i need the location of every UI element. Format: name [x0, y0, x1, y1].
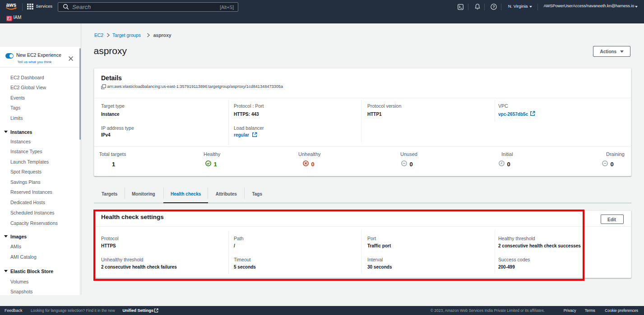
svg-text:?: ?	[493, 5, 495, 9]
svg-text:aws: aws	[6, 2, 17, 8]
